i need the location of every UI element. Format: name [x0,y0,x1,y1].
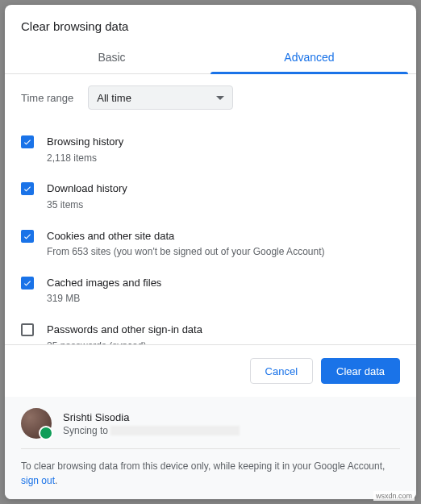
option-text: Cached images and files319 MB [47,275,400,306]
options-scroll-area[interactable]: Time range All time Browsing history2,11… [5,74,416,344]
check-icon [23,278,32,288]
account-sync-status: Syncing to [63,425,240,436]
option-text: Cookies and other site dataFrom 653 site… [47,228,400,259]
option-title: Download history [47,181,400,197]
option-text: Passwords and other sign-in data25 passw… [47,322,400,344]
sync-prefix: Syncing to [63,425,110,436]
note-text-after: . [55,475,57,486]
checkbox[interactable] [21,230,34,243]
sign-out-link[interactable]: sign out [21,475,55,486]
tab-basic[interactable]: Basic [13,43,210,73]
option-row: Browsing history2,118 items [21,126,400,173]
time-range-row: Time range All time [21,85,400,110]
option-row: Download history35 items [21,173,400,219]
check-icon [23,184,32,194]
option-title: Cached images and files [47,275,400,291]
option-subtitle: 2,118 items [47,152,400,165]
note-text-before: To clear browsing data from this device … [21,460,385,472]
avatar [21,408,52,439]
option-row: Passwords and other sign-in data25 passw… [21,314,400,344]
clear-data-button[interactable]: Clear data [321,358,400,384]
checkbox[interactable] [21,323,34,336]
account-footer: Srishti Sisodia Syncing to To clear brow… [5,397,416,499]
option-row: Cached images and files319 MB [21,267,400,314]
checkbox[interactable] [21,135,34,148]
option-subtitle: From 653 sites (you won't be signed out … [47,245,400,259]
account-info: Srishti Sisodia Syncing to [63,411,240,436]
check-icon [23,231,32,241]
watermark: wsxdn.com [373,491,415,501]
option-subtitle: 35 items [47,198,400,212]
account-name: Srishti Sisodia [63,411,240,423]
account-row: Srishti Sisodia Syncing to [21,408,400,449]
chevron-down-icon [216,96,224,100]
cancel-button[interactable]: Cancel [250,358,313,384]
option-subtitle: 319 MB [47,292,400,306]
tab-bar: Basic Advanced [5,43,416,74]
dialog-title: Clear browsing data [5,5,416,43]
redacted-email [110,426,240,435]
check-icon [23,137,32,147]
option-text: Browsing history2,118 items [47,134,400,165]
option-row: Cookies and other site dataFrom 653 site… [21,220,400,267]
time-range-label: Time range [21,92,73,104]
time-range-select[interactable]: All time [88,85,233,110]
option-text: Download history35 items [47,181,400,211]
checkbox[interactable] [21,182,34,195]
option-title: Browsing history [47,134,400,150]
clear-browsing-data-dialog: Clear browsing data Basic Advanced Time … [5,5,416,499]
tab-advanced[interactable]: Advanced [210,43,408,73]
dialog-actions: Cancel Clear data [5,344,416,397]
option-title: Cookies and other site data [47,228,400,244]
option-subtitle: 25 passwords (synced) [47,339,400,344]
time-range-value: All time [97,92,131,104]
footer-note: To clear browsing data from this device … [21,459,400,488]
checkbox[interactable] [21,277,34,289]
option-title: Passwords and other sign-in data [47,322,400,338]
